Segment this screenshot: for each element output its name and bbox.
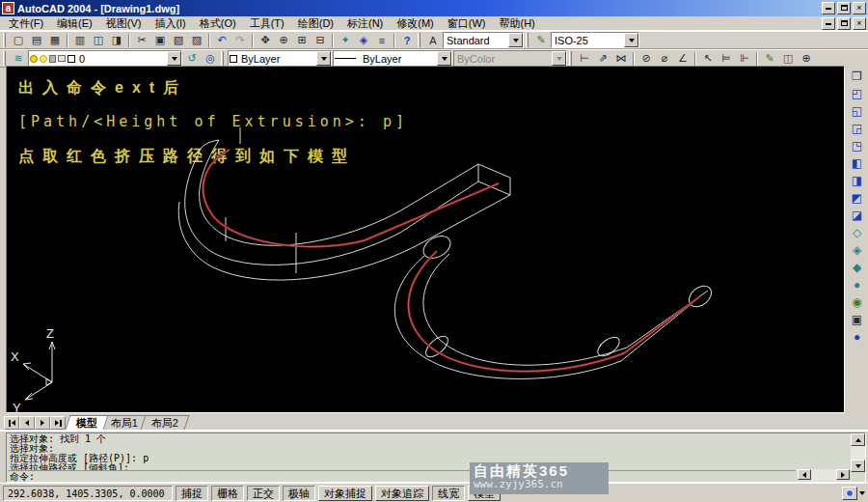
layer-on-icon[interactable] [30, 55, 38, 63]
angular-dimension-button[interactable]: ∠ [674, 51, 692, 67]
chevron-down-icon[interactable] [437, 51, 451, 66]
named-views-button[interactable]: ❐ [848, 68, 867, 85]
tab-last-button[interactable] [50, 416, 66, 430]
scroll-up-icon[interactable] [851, 433, 865, 446]
layer-freeze-icon[interactable] [40, 55, 47, 63]
zoom-realtime-button[interactable]: ⊕ [275, 33, 292, 48]
undo-button[interactable]: ↶ [213, 33, 231, 48]
radius-dimension-button[interactable]: ⊘ [637, 51, 655, 67]
scroll-track[interactable] [811, 469, 836, 481]
ortho-toggle[interactable]: 正交 [247, 486, 280, 501]
left-view-button[interactable]: ◲ [848, 120, 867, 137]
tray-chevron-icon[interactable] [859, 491, 865, 495]
layer-previous-button[interactable]: ↺ [183, 51, 201, 67]
menu-help[interactable]: 帮助(H) [493, 16, 542, 30]
plot-button[interactable]: ▥ [71, 33, 89, 48]
match-properties-button[interactable]: ▨ [188, 33, 205, 48]
toolbar-grip[interactable] [3, 33, 6, 47]
command-scrollbar[interactable] [851, 433, 865, 472]
toolbar-grip[interactable] [569, 51, 572, 66]
paste-button[interactable]: ▧ [170, 33, 187, 48]
toolbar-grip[interactable] [221, 51, 224, 66]
minimize-button[interactable] [822, 2, 835, 14]
back-view-button[interactable]: ◨ [848, 172, 867, 189]
pan-button[interactable]: ✥ [257, 33, 274, 48]
dimension-edit-button[interactable]: ✎ [761, 51, 778, 67]
layer-combo[interactable]: 0 [28, 50, 182, 67]
chevron-down-icon[interactable] [167, 51, 181, 66]
sw-isometric-view-button[interactable]: ◩ [848, 189, 867, 207]
menu-insert[interactable]: 插入(I) [148, 16, 192, 30]
tab-first-button[interactable] [4, 416, 19, 430]
scroll-right-icon[interactable] [836, 469, 850, 480]
chevron-down-icon[interactable] [624, 33, 638, 47]
dimension-style-button[interactable]: ◫ [779, 51, 797, 67]
tab-layout2[interactable]: 布局2 [141, 415, 190, 430]
toolbar-grip[interactable] [418, 33, 420, 47]
toolbar-grip[interactable] [3, 51, 6, 66]
properties-button[interactable]: ≡ [373, 33, 391, 48]
make-layer-current-button[interactable]: ◎ [202, 51, 219, 67]
menu-window[interactable]: 窗口(W) [441, 16, 493, 30]
dim-style-combo[interactable]: ISO-25 [551, 32, 639, 48]
designcenter-button[interactable]: ◈ [355, 33, 372, 48]
close-button[interactable]: × [853, 2, 866, 14]
doc-restore-button[interactable] [837, 17, 851, 30]
doc-minimize-button[interactable] [822, 17, 835, 30]
menu-format[interactable]: 格式(O) [193, 16, 243, 30]
scroll-down-icon[interactable] [851, 460, 865, 472]
baseline-dimension-button[interactable]: ⊨ [718, 51, 735, 67]
restore-button[interactable] [837, 2, 851, 14]
save-button[interactable]: ▦ [46, 33, 64, 48]
materials-button[interactable]: ● [848, 328, 867, 346]
hidden-shade-button[interactable]: ◆ [848, 259, 867, 276]
tab-model[interactable]: 模型 [66, 415, 109, 430]
command-input[interactable]: 命令: [8, 470, 796, 482]
tab-next-button[interactable] [35, 416, 50, 430]
scroll-left-icon[interactable] [798, 469, 811, 480]
osnap-toggle[interactable]: 对象捕捉 [318, 486, 372, 501]
text-style-combo[interactable]: Standard [443, 32, 524, 48]
menu-view[interactable]: 视图(V) [99, 16, 149, 30]
se-isometric-view-button[interactable]: ◪ [848, 207, 867, 224]
gouraud-shade-button[interactable]: ● [848, 276, 867, 293]
wireframe-2d-shade-button[interactable]: ◇ [848, 224, 867, 241]
chevron-down-icon[interactable] [508, 33, 523, 47]
layer-lock-icon[interactable] [49, 55, 56, 63]
snap-toggle[interactable]: 捕捉 [176, 486, 208, 501]
quick-select-button[interactable]: ✦ [337, 33, 354, 48]
polar-toggle[interactable]: 极轴 [283, 486, 315, 501]
quick-dimension-button[interactable]: ⋈ [612, 51, 630, 67]
new-button[interactable]: ▢ [10, 33, 27, 48]
communication-center-icon[interactable] [842, 487, 857, 500]
aligned-dimension-button[interactable]: ⇗ [594, 51, 611, 67]
front-view-button[interactable]: ◧ [848, 154, 867, 172]
wireframe-3d-shade-button[interactable]: ◈ [848, 241, 867, 259]
menu-tools[interactable]: 工具(T) [243, 16, 291, 30]
plot-preview-button[interactable]: ◫ [90, 33, 107, 48]
publish-button[interactable]: ◨ [108, 33, 125, 48]
menu-edit[interactable]: 编辑(E) [50, 16, 99, 30]
render-button[interactable]: ◉ [848, 293, 867, 311]
command-hscrollbar[interactable] [798, 469, 850, 481]
diameter-dimension-button[interactable]: ⌀ [656, 51, 673, 67]
menu-modify[interactable]: 修改(M) [390, 16, 441, 30]
command-history[interactable]: 选择对象: 找到 1 个 选择对象: 指定拉伸高度或 [路径(P)]: p 选择… [8, 433, 850, 471]
drawing-canvas[interactable]: 出入命令ext后 [Path/<Height of Extrusion>: p]… [6, 66, 845, 413]
toolbar-grip[interactable] [526, 33, 529, 47]
chevron-down-icon[interactable] [316, 51, 331, 66]
otrack-toggle[interactable]: 对象追踪 [375, 486, 429, 501]
color-combo[interactable]: ByLayer [228, 50, 332, 67]
layers-button[interactable]: ≋ [10, 51, 27, 67]
dim-style-button[interactable]: ✎ [532, 33, 550, 48]
zoom-previous-button[interactable]: ⊟ [312, 33, 329, 48]
right-view-button[interactable]: ◳ [848, 137, 867, 154]
top-view-button[interactable]: ◰ [848, 85, 867, 102]
continue-dimension-button[interactable]: ⊩ [736, 51, 753, 67]
open-button[interactable]: ▤ [28, 33, 45, 48]
menu-file[interactable]: 文件(F) [2, 16, 50, 30]
cut-button[interactable]: ✂ [133, 33, 150, 48]
scene-button[interactable]: ▣ [848, 311, 867, 328]
grid-toggle[interactable]: 栅格 [211, 486, 244, 501]
help-button[interactable]: ? [398, 33, 416, 48]
